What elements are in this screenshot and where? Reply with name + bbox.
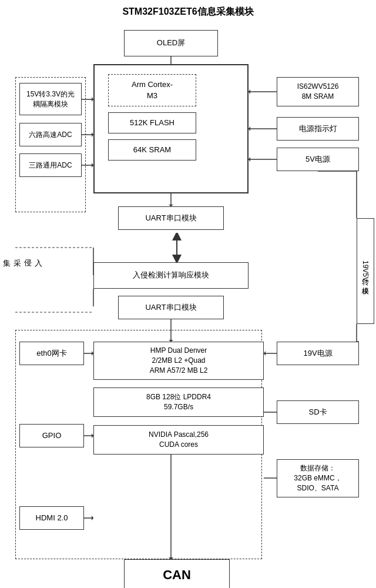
- can-box: CAN: [124, 559, 230, 588]
- pv-15-33-box: 15V转3.3V的光 耦隔离模块: [19, 83, 82, 115]
- svg-marker-5: [249, 126, 250, 131]
- eth0-box: eth0网卡: [19, 342, 84, 365]
- page-title: STM32F103ZET6信息采集模块: [6, 6, 370, 18]
- intrusion-box: 入侵检测计算响应模块: [93, 262, 249, 289]
- power-led-box: 电源指示灯: [277, 117, 359, 141]
- svg-marker-3: [249, 89, 250, 94]
- flash-box: 512K FLASH: [108, 112, 196, 133]
- lpddr4-box: 8GB 128位 LPDDR4 59.7GB/s: [93, 387, 264, 417]
- oled-box: OLED屏: [124, 30, 218, 56]
- double-arrow-1: [162, 233, 192, 262]
- pv19-5-box: 19V转5V模块: [357, 218, 374, 324]
- pv19-box: 19V电源: [277, 342, 359, 365]
- sd-box: SD卡: [277, 400, 359, 424]
- sram-inner-box: 64K SRAM: [108, 139, 196, 161]
- svg-marker-25: [264, 351, 266, 356]
- diagram: OLED屏 Arm Cortex- M3 512K FLASH 64K SRAM…: [6, 24, 370, 588]
- svg-marker-7: [249, 157, 250, 162]
- data-storage-box: 数据存储： 32GB eMMC， SDIO、SATA: [277, 459, 359, 497]
- input-label: 入 侵 采 集 输 入: [6, 201, 17, 306]
- nvidia-box: NVIDIA Pascal,256 CUDA cores: [93, 425, 264, 455]
- pv5-box: 5V电源: [277, 148, 359, 171]
- is62wv-box: IS62WV5126 8M SRAM: [277, 77, 359, 106]
- adc3-box: 三路通用ADC: [19, 153, 82, 177]
- gpio-box: GPIO: [19, 424, 84, 447]
- uart2-box: UART串口模块: [118, 296, 224, 319]
- adc6-box: 六路高速ADC: [19, 123, 82, 146]
- uart1-box: UART串口模块: [118, 206, 224, 230]
- hdmi-box: HDMI 2.0: [19, 506, 84, 530]
- arm-cortex-box: Arm Cortex- M3: [108, 74, 196, 106]
- hmp-box: HMP Dual Denver 2/2MB L2 +Quad ARM A57/2…: [93, 342, 264, 380]
